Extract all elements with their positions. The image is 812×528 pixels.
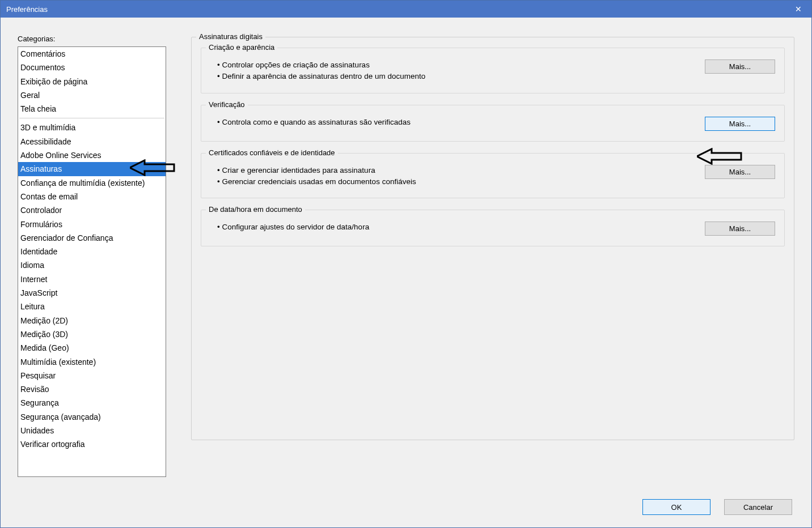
- window-title: Preferências: [6, 5, 48, 14]
- list-divider: [19, 118, 164, 118]
- list-item[interactable]: Idioma: [18, 258, 166, 272]
- list-item[interactable]: Assinaturas: [18, 162, 166, 176]
- list-item[interactable]: Exibição de página: [18, 75, 166, 88]
- section-bullets: Controlar opções de criação de assinatur…: [217, 59, 693, 83]
- list-item[interactable]: Controlador: [18, 203, 166, 217]
- list-item[interactable]: Medição (3D): [18, 327, 166, 341]
- categories-column: Categorias: ComentáriosDocumentosExibiçã…: [18, 35, 166, 519]
- list-item[interactable]: Revisão: [18, 382, 166, 396]
- list-item[interactable]: JavaScript: [18, 286, 166, 300]
- dialog-button-row: OK Cancelar: [642, 499, 792, 515]
- bullet-text: Configurar ajustes do servidor de data/h…: [217, 222, 693, 233]
- section-title: Criação e aparência: [206, 43, 277, 52]
- more-button-creation[interactable]: Mais...: [705, 59, 775, 74]
- section-title: Certificados confiáveis e de identidade: [206, 148, 338, 157]
- list-item[interactable]: Identidade: [18, 245, 166, 258]
- section-verification: Verificação Controla como e quando as as…: [201, 105, 785, 142]
- section-bullets: Criar e gerenciar identidades para assin…: [217, 165, 693, 188]
- dialog-content: Categorias: ComentáriosDocumentosExibiçã…: [1, 18, 811, 527]
- list-item[interactable]: Comentários: [18, 47, 166, 61]
- list-item[interactable]: Internet: [18, 272, 166, 286]
- list-item[interactable]: Medição (2D): [18, 314, 166, 327]
- section-bullets: Configurar ajustes do servidor de data/h…: [217, 222, 693, 233]
- bullet-text: Criar e gerenciar identidades para assin…: [217, 165, 693, 176]
- section-timestamp: De data/hora em documento Configurar aju…: [201, 210, 785, 246]
- list-item[interactable]: Verificar ortografia: [18, 437, 166, 451]
- list-item[interactable]: Medida (Geo): [18, 341, 166, 355]
- list-item[interactable]: Segurança (avançada): [18, 410, 166, 424]
- close-icon: ✕: [795, 5, 802, 14]
- digital-signatures-group: Assinaturas digitais Criação e aparência…: [191, 37, 794, 440]
- list-item[interactable]: Documentos: [18, 61, 166, 74]
- list-item[interactable]: Formulários: [18, 218, 166, 231]
- list-item[interactable]: Contas de email: [18, 190, 166, 203]
- section-title: De data/hora em documento: [206, 205, 305, 214]
- preferences-dialog: Preferências ✕ Categorias: ComentáriosDo…: [0, 0, 812, 528]
- section-creation-appearance: Criação e aparência Controlar opções de …: [201, 48, 785, 93]
- list-item[interactable]: Adobe Online Services: [18, 148, 166, 162]
- more-button-verification[interactable]: Mais...: [705, 117, 775, 131]
- section-title: Verificação: [206, 100, 248, 109]
- more-button-timestamp[interactable]: Mais...: [705, 222, 775, 236]
- list-item[interactable]: Leitura: [18, 300, 166, 313]
- bullet-text: Controlar opções de criação de assinatur…: [217, 59, 693, 71]
- bullet-text: Definir a aparência de assinaturas dentr…: [217, 71, 693, 82]
- bullet-text: Controla como e quando as assinaturas sã…: [217, 117, 693, 128]
- list-item[interactable]: Confiança de multimídia (existente): [18, 176, 166, 190]
- list-item[interactable]: Acessibilidade: [18, 135, 166, 148]
- cancel-button[interactable]: Cancelar: [724, 499, 792, 515]
- list-item[interactable]: Tela cheia: [18, 102, 166, 116]
- bullet-text: Gerenciar credenciais usadas em document…: [217, 176, 693, 188]
- list-item[interactable]: Unidades: [18, 424, 166, 437]
- list-item[interactable]: Pesquisar: [18, 369, 166, 382]
- categories-listbox[interactable]: ComentáriosDocumentosExibição de páginaG…: [18, 46, 166, 477]
- group-title: Assinaturas digitais: [196, 32, 265, 41]
- settings-panel: Assinaturas digitais Criação e aparência…: [191, 35, 794, 519]
- list-item[interactable]: Geral: [18, 88, 166, 102]
- close-button[interactable]: ✕: [785, 1, 811, 18]
- more-button-certs[interactable]: Mais...: [705, 165, 775, 179]
- categories-label: Categorias:: [18, 35, 166, 43]
- ok-button[interactable]: OK: [642, 499, 710, 515]
- titlebar: Preferências ✕: [1, 1, 811, 18]
- list-item[interactable]: Segurança: [18, 396, 166, 410]
- list-item[interactable]: 3D e multimídia: [18, 121, 166, 134]
- list-item[interactable]: Gerenciador de Confiança: [18, 231, 166, 245]
- list-item[interactable]: Multimídia (existente): [18, 355, 166, 369]
- section-trusted-certs: Certificados confiáveis e de identidade …: [201, 153, 785, 199]
- section-bullets: Controla como e quando as assinaturas sã…: [217, 117, 693, 128]
